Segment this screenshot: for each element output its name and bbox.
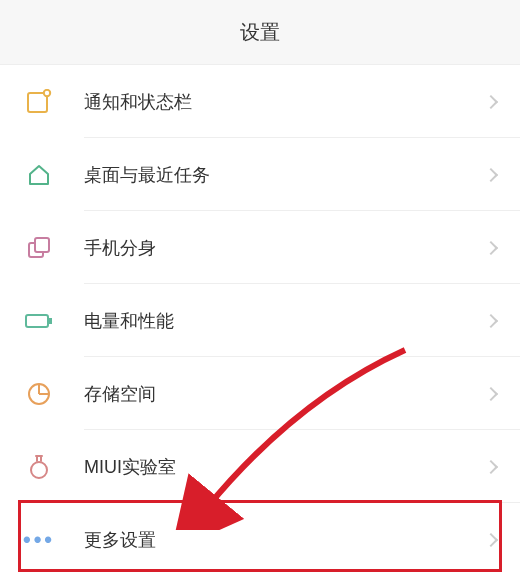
row-second-space[interactable]: 手机分身 [0, 211, 520, 284]
row-label: 电量和性能 [84, 309, 486, 333]
chevron-right-icon [484, 240, 498, 254]
flask-icon [24, 452, 54, 482]
row-home-recents[interactable]: 桌面与最近任务 [0, 138, 520, 211]
chevron-right-icon [484, 459, 498, 473]
svg-rect-5 [49, 318, 52, 324]
row-label: 手机分身 [84, 236, 486, 260]
row-label: 更多设置 [84, 528, 486, 552]
svg-point-7 [31, 462, 47, 478]
page-title: 设置 [240, 19, 280, 46]
chevron-right-icon [484, 167, 498, 181]
svg-point-1 [44, 89, 50, 95]
row-battery-perf[interactable]: 电量和性能 [0, 284, 520, 357]
battery-icon [24, 306, 54, 336]
more-icon: ••• [24, 525, 54, 555]
storage-icon [24, 379, 54, 409]
home-icon [24, 160, 54, 190]
row-label: MIUI实验室 [84, 455, 486, 479]
chevron-right-icon [484, 313, 498, 327]
header: 设置 [0, 0, 520, 65]
row-storage[interactable]: 存储空间 [0, 357, 520, 430]
svg-rect-4 [26, 315, 48, 327]
badge-icon [24, 87, 54, 117]
clone-icon [24, 233, 54, 263]
svg-rect-3 [35, 238, 49, 252]
row-label: 存储空间 [84, 382, 486, 406]
row-label: 桌面与最近任务 [84, 163, 486, 187]
chevron-right-icon [484, 94, 498, 108]
row-notifications[interactable]: 通知和状态栏 [0, 65, 520, 138]
chevron-right-icon [484, 532, 498, 546]
row-more-settings[interactable]: ••• 更多设置 [0, 503, 520, 576]
row-label: 通知和状态栏 [84, 90, 486, 114]
row-miui-lab[interactable]: MIUI实验室 [0, 430, 520, 503]
chevron-right-icon [484, 386, 498, 400]
settings-list: 通知和状态栏 桌面与最近任务 手机分身 [0, 65, 520, 576]
